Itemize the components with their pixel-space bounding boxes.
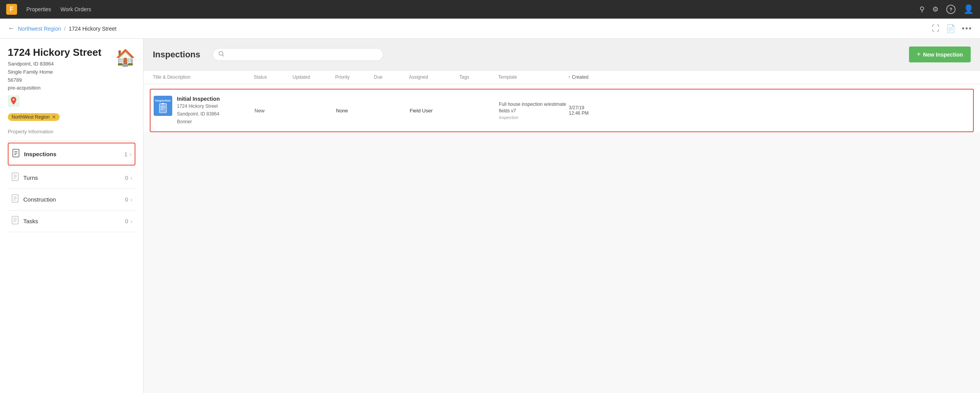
turns-icon	[11, 172, 19, 183]
inspection-addr-1: 1724 Hickory Street	[177, 103, 220, 110]
sidebar-turns-chevron: ›	[130, 175, 132, 181]
sidebar-turns-count: 0	[125, 175, 128, 181]
breadcrumb-separator: /	[64, 26, 66, 32]
top-nav: F Properties Work Orders ⚲ ⚙ ? 👤	[0, 0, 980, 19]
help-icon[interactable]: ?	[946, 5, 956, 14]
sidebar-construction-label: Construction	[23, 196, 125, 203]
sidebar-inspections-count: 1	[125, 151, 128, 157]
inspection-thumbnail: Inspection	[154, 96, 172, 116]
breadcrumb-parent[interactable]: Northwest Region	[18, 26, 61, 32]
row-created: 3/27/19 12:46 PM	[569, 105, 623, 116]
breadcrumb-left: ← Northwest Region / 1724 Hickory Street	[8, 24, 116, 33]
app-logo[interactable]: F	[6, 4, 17, 15]
sidebar-item-inspections[interactable]: Inspections 1 ›	[8, 143, 135, 165]
inspections-icon	[12, 149, 20, 159]
search-icon	[218, 51, 225, 58]
th-priority: Priority	[335, 74, 374, 80]
row-title-info: Initial Inspection 1724 Hickory Street S…	[177, 96, 220, 125]
search-input[interactable]	[228, 52, 377, 57]
th-tags: Tags	[459, 74, 498, 80]
sidebar-tasks-label: Tasks	[23, 218, 125, 224]
property-title: 1724 Hickory Street	[8, 47, 101, 59]
svg-rect-18	[159, 103, 166, 113]
nav-properties[interactable]: Properties	[26, 6, 51, 12]
table-body: Inspection Initial Inspection 1	[144, 89, 980, 132]
nav-work-orders[interactable]: Work Orders	[61, 6, 91, 12]
inspection-name: Initial Inspection	[177, 96, 220, 102]
th-updated: Updated	[293, 74, 335, 80]
tag-remove[interactable]: ✕	[52, 114, 56, 120]
svg-rect-22	[162, 103, 164, 104]
th-created[interactable]: ↑ Created	[568, 74, 622, 80]
inspection-addr-2: Sandpoint, ID 83864	[177, 110, 220, 117]
breadcrumb-current: 1724 Hickory Street	[69, 26, 116, 32]
created-time: 12:46 PM	[569, 110, 623, 116]
row-priority: None	[336, 108, 375, 114]
inspection-addr-3: Bonner	[177, 118, 220, 125]
sidebar-construction-chevron: ›	[130, 196, 132, 203]
inspections-table: Title & Description Status Updated Prior…	[144, 71, 980, 132]
main-layout: 1724 Hickory Street Sandpoint, ID 83864 …	[0, 39, 980, 393]
table-row[interactable]: Inspection Initial Inspection 1	[150, 89, 974, 132]
plus-icon: +	[917, 50, 921, 59]
sidebar-turns-label: Turns	[23, 174, 125, 181]
user-icon[interactable]: 👤	[963, 4, 974, 14]
sidebar-nav: Inspections 1 › Turns 0 ›	[8, 141, 135, 232]
nav-left: F Properties Work Orders	[6, 4, 91, 15]
property-address-line1: Sandpoint, ID 83864	[8, 60, 101, 68]
sidebar-item-construction[interactable]: Construction 0 ›	[8, 189, 135, 210]
thumb-label-top: Inspection	[155, 99, 171, 102]
new-inspection-button[interactable]: + New Inspection	[909, 47, 971, 62]
sidebar-inspections-chevron: ›	[130, 151, 132, 157]
sidebar-construction-count: 0	[125, 196, 128, 203]
tag-row: NorthWest Region ✕	[8, 110, 135, 124]
search-box[interactable]	[213, 48, 383, 61]
search-icon[interactable]: ⚲	[919, 5, 925, 14]
region-tag: NorthWest Region ✕	[8, 113, 60, 121]
th-status: Status	[254, 74, 293, 80]
document-icon[interactable]: 📄	[946, 24, 956, 33]
sidebar: 1724 Hickory Street Sandpoint, ID 83864 …	[0, 39, 144, 393]
sort-arrow-icon: ↑	[568, 74, 570, 80]
new-inspection-label: New Inspection	[923, 52, 963, 58]
template-name: Full house inspection w/estimate fields …	[499, 101, 569, 114]
sidebar-item-turns[interactable]: Turns 0 ›	[8, 167, 135, 189]
sidebar-tasks-count: 0	[125, 218, 128, 224]
gear-icon[interactable]: ⚙	[932, 5, 938, 14]
image-icon[interactable]: ⛶	[932, 24, 940, 33]
construction-icon	[11, 194, 19, 205]
inspections-header: Inspections + New Inspection	[144, 39, 980, 71]
sidebar-inspections-label: Inspections	[24, 151, 125, 157]
back-button[interactable]: ←	[8, 24, 15, 33]
row-assigned: Field User	[410, 108, 460, 114]
location-icon-row	[8, 95, 135, 107]
nav-right: ⚲ ⚙ ? 👤	[919, 4, 974, 14]
property-info-link[interactable]: Property Information	[8, 129, 135, 134]
property-info: 1724 Hickory Street Sandpoint, ID 83864 …	[8, 47, 101, 92]
property-type: Single Family Home	[8, 68, 101, 76]
th-title: Title & Description	[153, 74, 254, 80]
row-title-cell: Inspection Initial Inspection 1	[154, 96, 255, 125]
sidebar-tasks-chevron: ›	[130, 218, 132, 224]
row-status: New	[255, 108, 293, 114]
svg-line-17	[223, 55, 224, 57]
inspections-title: Inspections	[153, 50, 200, 60]
sidebar-item-tasks[interactable]: Tasks 0 ›	[8, 210, 135, 232]
more-icon[interactable]: •••	[962, 24, 972, 33]
property-status: pre-acquisition	[8, 84, 101, 92]
breadcrumb-bar: ← Northwest Region / 1724 Hickory Street…	[0, 19, 980, 39]
house-icon: 🏠	[115, 48, 135, 67]
location-pin-icon[interactable]	[8, 95, 19, 107]
template-type: Inspection	[499, 115, 569, 120]
table-header: Title & Description Status Updated Prior…	[144, 71, 980, 84]
tasks-icon	[11, 216, 19, 226]
th-template: Template	[498, 74, 568, 80]
content-area: Inspections + New Inspection Title & Des…	[144, 39, 980, 393]
row-template: Full house inspection w/estimate fields …	[499, 101, 569, 120]
th-assigned: Assigned	[409, 74, 459, 80]
breadcrumb-right: ⛶ 📄 •••	[932, 24, 972, 33]
th-due: Due	[374, 74, 409, 80]
created-date: 3/27/19	[569, 105, 623, 110]
property-id: 56789	[8, 76, 101, 84]
